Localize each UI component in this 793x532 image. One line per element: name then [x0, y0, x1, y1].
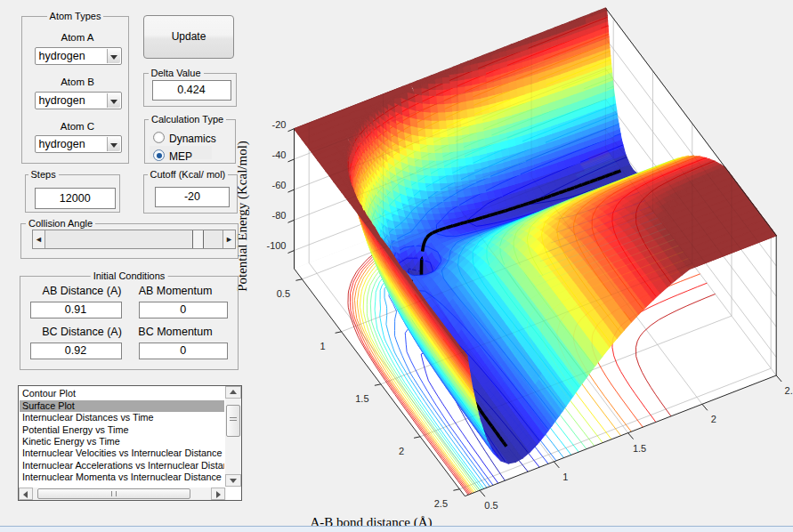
- svg-text:2: 2: [399, 446, 404, 456]
- svg-text:-20: -20: [272, 119, 287, 130]
- svg-text:-100: -100: [266, 240, 286, 251]
- svg-text:1.5: 1.5: [633, 443, 646, 454]
- svg-text:0.5: 0.5: [484, 500, 498, 511]
- svg-text:2.5: 2.5: [434, 498, 448, 509]
- svg-text:0.5: 0.5: [277, 288, 290, 299]
- svg-text:2.5: 2.5: [785, 385, 793, 396]
- svg-text:-80: -80: [272, 210, 287, 221]
- svg-text:-40: -40: [272, 149, 287, 160]
- svg-text:1.5: 1.5: [355, 393, 368, 404]
- svg-text:Potential Energy (Kcal/mol): Potential Energy (Kcal/mol): [235, 141, 250, 292]
- svg-text:1: 1: [562, 472, 568, 482]
- svg-text:2: 2: [711, 414, 716, 424]
- svg-text:1: 1: [320, 341, 326, 351]
- svg-text:-60: -60: [272, 180, 287, 190]
